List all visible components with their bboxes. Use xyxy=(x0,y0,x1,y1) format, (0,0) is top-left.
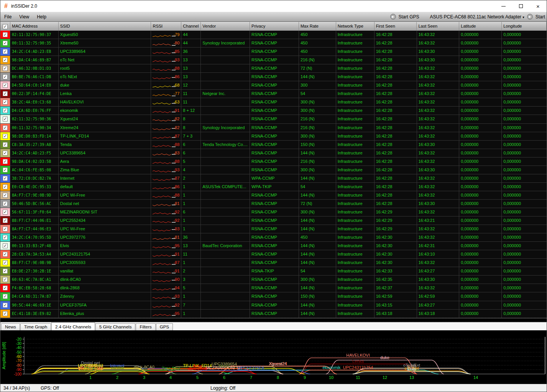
table-row[interactable]: ✓ D4:CA:6D:31:7A:87 Zdenny -93 1 RSNA-CC… xyxy=(0,292,547,301)
menu-file[interactable]: File xyxy=(0,12,15,21)
table-row[interactable]: ✓ 8A:F7:C7:44:06:E3 UPC Wi-Free -93 1 RS… xyxy=(0,225,547,233)
row-color-checkbox[interactable]: ✓ xyxy=(0,284,10,292)
row-color-checkbox[interactable]: ✓ xyxy=(0,141,10,149)
minimize-button[interactable] xyxy=(495,0,512,12)
start-button[interactable]: Start xyxy=(536,14,545,20)
table-row[interactable]: ✓ 88:F7:C7:9E:0B:9B UPC3005593 -87 1 RSN… xyxy=(0,259,547,267)
row-color-checkbox[interactable]: ✓ xyxy=(0,301,10,309)
column-header-channel[interactable]: Channel xyxy=(181,22,201,31)
close-button[interactable]: × xyxy=(529,0,547,12)
table-row[interactable]: ✓ 8A:F7:C7:9E:0B:9D UPC Wi-Free -88 1 RS… xyxy=(0,191,547,200)
table-row[interactable]: ✓ 98:DA:C4:02:D3:5B Aera -88 5 RSNA-CCMP… xyxy=(0,157,547,166)
table-row[interactable]: ✓ 02:11:32:75:90:37 Xguest50 -79 44 RSNA… xyxy=(0,31,547,39)
row-color-checkbox[interactable]: ✓ xyxy=(0,31,10,39)
row-color-checkbox[interactable]: ✓ xyxy=(0,217,10,225)
column-header-latitude[interactable]: Latitude xyxy=(459,22,502,31)
table-row[interactable]: ✓ 28:C8:7A:3A:53:A4 UPC243121754 -91 11 … xyxy=(0,250,547,259)
row-color-checkbox[interactable]: ✓ xyxy=(0,166,10,174)
menu-help[interactable]: Help xyxy=(33,12,50,21)
tab-5-ghz-channels[interactable]: 5 GHz Channels xyxy=(95,323,135,330)
start-gps-play-icon[interactable]: ▶ xyxy=(390,14,396,20)
table-row[interactable]: ✓ DC:A6:32:0B:D1:D3 root5 -88 13 RSNA-CC… xyxy=(0,64,547,73)
maximize-button[interactable] xyxy=(512,0,529,12)
adapter-select[interactable]: ASUS PCE-AC68 802.11ac Network Adapter▾ xyxy=(430,14,524,20)
table-row[interactable]: ✓ 34:2C:C4:AD:23:EB UPC3389654 -85 36 RS… xyxy=(0,48,547,56)
row-color-checkbox[interactable]: ✓ xyxy=(0,81,10,89)
row-color-checkbox[interactable]: ✓ xyxy=(0,115,10,123)
row-color-checkbox[interactable]: ✓ xyxy=(0,225,10,233)
row-color-checkbox[interactable]: ✓ xyxy=(0,56,10,64)
table-row[interactable]: ✓ B0:BE:76:A6:C1:DB oTc NExt -86 13 RSNA… xyxy=(0,73,547,81)
tab-filters[interactable]: Filters xyxy=(136,323,155,330)
row-color-checkbox[interactable]: ✓ xyxy=(0,259,10,267)
table-row[interactable]: ✓ 00:13:33:B3:2F:48 Elvis -95 13 BaudTec… xyxy=(0,242,547,250)
row-color-checkbox[interactable]: ✓ xyxy=(0,183,10,191)
table-row[interactable]: ✓ EC:41:18:3E:E9:82 Ellenka_plus -95 1 R… xyxy=(0,310,547,318)
table-row[interactable]: ✓ 98:DA:C4:A6:89:B7 oTc Net -93 13 RSNA-… xyxy=(0,56,547,64)
row-color-checkbox[interactable]: ✓ xyxy=(0,157,10,166)
table-row[interactable]: ✓ 38:2C:4A:E0:C3:68 HAVELKOVI -63 11 RSN… xyxy=(0,98,547,107)
table-row[interactable]: ✓ 56:67:11:3F:F0:64 MEZINARODNI SIT -92 … xyxy=(0,208,547,217)
row-color-checkbox[interactable]: ✓ xyxy=(0,174,10,182)
row-color-checkbox[interactable]: ✓ xyxy=(0,107,10,115)
row-color-checkbox[interactable]: ✓ xyxy=(0,208,10,216)
row-color-checkbox[interactable]: ✓ xyxy=(0,64,10,72)
start-play-icon[interactable]: ▶ xyxy=(527,14,533,20)
column-header-privacy[interactable]: Privacy xyxy=(250,22,299,31)
table-row[interactable]: ✓ 00:11:32:75:90:34 Xtreme24 -82 8 Synol… xyxy=(0,124,547,132)
table-row[interactable]: ✓ 38:72:C0:DC:B2:7A Internet -87 2 WPA-C… xyxy=(0,174,547,183)
table-row[interactable]: ✓ 50:46:5D:BC:56:AC Dostal net -81 1 RSN… xyxy=(0,200,547,208)
table-row[interactable]: ✓ 90:5C:44:46:69:1E UPCEF375FA -92 7 RSN… xyxy=(0,301,547,310)
column-header-vendor[interactable]: Vendor xyxy=(201,22,250,31)
table-row[interactable]: ✓ D4:5D:64:C0:14:E0 duke -68 12 RSNA-CCM… xyxy=(0,81,547,90)
row-color-checkbox[interactable]: ✓ xyxy=(0,124,10,132)
table-row[interactable]: ✓ 00:11:32:75:90:35 Xtreme50 -80 44 Syno… xyxy=(0,39,547,48)
row-color-checkbox[interactable]: ✓ xyxy=(0,73,10,81)
table-row[interactable]: ✓ 60:63:4C:7A:8C:A1 dlink-8CA0 -90 3 RSN… xyxy=(0,276,547,284)
column-header-network-type[interactable]: Network Type xyxy=(336,22,375,31)
row-color-checkbox[interactable]: ✓ xyxy=(0,250,10,258)
menu-view[interactable]: View xyxy=(15,12,33,21)
start-gps-button[interactable]: Start GPS xyxy=(399,14,419,20)
table-row[interactable]: ✓ 00:22:3F:14:F4:DE Lenka -77 11 Netgear… xyxy=(0,90,547,98)
table-row[interactable]: ✓ D4:CA:6D:E0:76:FF ekonomik -91 8 + 12 … xyxy=(0,107,547,115)
row-color-checkbox[interactable]: ✓ xyxy=(0,90,10,98)
column-header-longitude[interactable]: Longitude xyxy=(502,22,547,31)
column-header-last-seen[interactable]: Last Seen xyxy=(417,22,459,31)
row-color-checkbox[interactable]: ✓ xyxy=(0,132,10,140)
tab-time-graph[interactable]: Time Graph xyxy=(20,323,51,330)
row-color-checkbox[interactable]: ✓ xyxy=(0,267,10,275)
table-row[interactable]: ✓ F4:8C:EB:58:28:68 dlink-2868 -94 5 RSN… xyxy=(0,284,547,292)
column-header-max-rate[interactable]: Max Rate xyxy=(299,22,336,31)
table-row[interactable]: ✓ E8:DE:27:30:2B:1E vanillat -91 2 RSNA-… xyxy=(0,267,547,276)
tab-gps[interactable]: GPS xyxy=(156,323,173,330)
cell-rssi: -87 xyxy=(151,259,181,267)
row-color-checkbox[interactable]: ✓ xyxy=(0,98,10,106)
table-row[interactable]: ✓ 02:11:32:75:90:36 Xguest24 -82 8 RSNA-… xyxy=(0,115,547,123)
table-row[interactable]: ✓ 98:DE:D0:B3:FD:14 TP-LINK_FD14 -87 7 +… xyxy=(0,132,547,141)
table-row[interactable]: ✓ E0:CB:4E:DC:95:33 default -86 1 ASUSTe… xyxy=(0,183,547,191)
table-row[interactable]: ✓ 34:2C:C4:AD:23:F5 UPC3389654 -83 6 RSN… xyxy=(0,149,547,157)
select-all-checkbox[interactable]: ✓ xyxy=(0,22,10,31)
column-header-first-seen[interactable]: First Seen xyxy=(375,22,417,31)
table-row[interactable]: ✓ AC:84:C6:FE:B5:08 Zima Blue -93 4 RSNA… xyxy=(0,166,547,174)
row-color-checkbox[interactable]: ✓ xyxy=(0,149,10,157)
column-header-mac-address[interactable]: MAC Address xyxy=(10,22,59,31)
tab-2-4-ghz-channels[interactable]: 2.4 GHz Channels xyxy=(51,322,95,330)
table-row[interactable]: ✓ C8:3A:35:27:39:A8 Tenda -88 6 Tenda Te… xyxy=(0,141,547,149)
row-color-checkbox[interactable]: ✓ xyxy=(0,233,10,241)
row-color-checkbox[interactable]: ✓ xyxy=(0,200,10,208)
table-row[interactable]: ✓ 34:2C:C4:70:95:5D UPC3972776 -81 36 RS… xyxy=(0,233,547,242)
row-color-checkbox[interactable]: ✓ xyxy=(0,310,10,318)
row-color-checkbox[interactable]: ✓ xyxy=(0,191,10,199)
row-color-checkbox[interactable]: ✓ xyxy=(0,276,10,284)
row-color-checkbox[interactable]: ✓ xyxy=(0,39,10,47)
table-row[interactable]: ✓ 88:F7:C7:44:06:E1 UPC2552434 -92 1 RSN… xyxy=(0,217,547,225)
tab-news[interactable]: News xyxy=(1,323,20,330)
column-header-ssid[interactable]: SSID xyxy=(59,22,151,31)
column-header-rssi[interactable]: RSSI xyxy=(151,22,181,31)
row-color-checkbox[interactable]: ✓ xyxy=(0,242,10,250)
panel-divider[interactable] xyxy=(0,318,547,322)
row-color-checkbox[interactable]: ✓ xyxy=(0,48,10,56)
row-color-checkbox[interactable]: ✓ xyxy=(0,292,10,300)
